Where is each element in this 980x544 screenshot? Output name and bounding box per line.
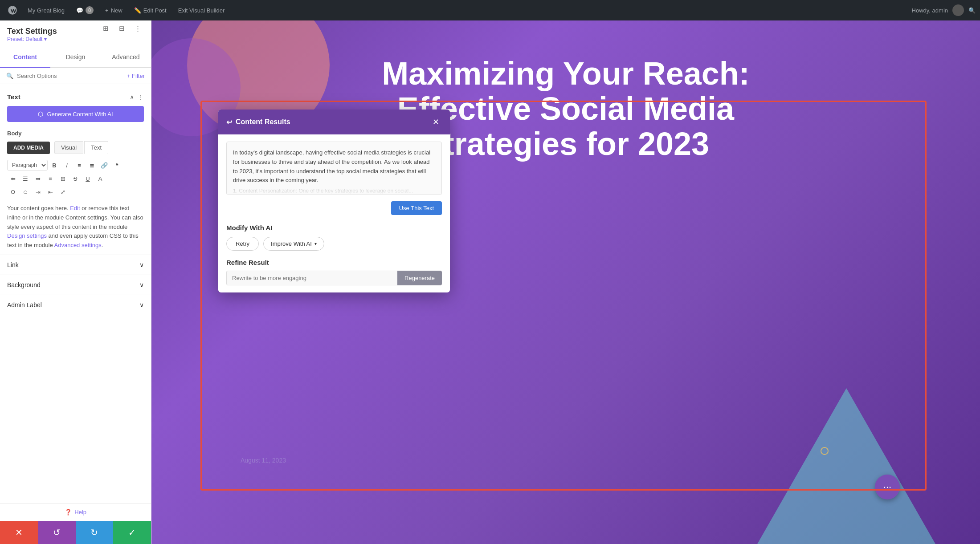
improve-button[interactable]: Improve With AI ▾ xyxy=(263,237,324,251)
text-section-title: Text xyxy=(7,93,20,101)
italic-button[interactable]: I xyxy=(61,159,73,171)
editor-body-text: Your content goes here. Edit or remove t… xyxy=(0,199,151,255)
sidebar-icons: ⊞ ⊟ ⋮ xyxy=(99,22,144,35)
link-section: Link ∨ xyxy=(0,255,151,275)
modal-dialog: ↩ Content Results ✕ In today's digital l… xyxy=(218,110,450,292)
sidebar-preset[interactable]: Preset: Default ▾ xyxy=(7,36,57,42)
indent-button[interactable]: ⇥ xyxy=(32,186,44,198)
refine-section-label: Refine Result xyxy=(226,259,442,266)
admin-label-section: Admin Label ∨ xyxy=(0,295,151,315)
text-section-header: Text ∧ ⋮ xyxy=(0,89,151,103)
site-name-bar-item[interactable]: My Great Blog xyxy=(23,5,69,16)
modal-body: In today's digital landscape, having eff… xyxy=(218,134,450,292)
chevron-down-icon: ∨ xyxy=(139,301,144,309)
underline-button[interactable]: U xyxy=(82,173,94,184)
chevron-down-icon: ∨ xyxy=(139,261,144,268)
main-layout: Text Settings Preset: Default ▾ ⊞ ⊟ ⋮ Co… xyxy=(0,0,980,544)
modal-header: ↩ Content Results ✕ xyxy=(218,110,450,134)
modal-title: ↩ Content Results xyxy=(226,118,290,126)
align-right-button[interactable]: ➡ xyxy=(32,173,44,184)
admin-bar: My Great Blog 💬 0 + New ✏️ Edit Post Exi… xyxy=(0,0,980,20)
add-media-button[interactable]: ADD MEDIA xyxy=(7,142,50,154)
ordered-list-button[interactable]: ≣ xyxy=(86,159,98,171)
content-preview: In today's digital landscape, having eff… xyxy=(226,142,442,195)
body-label: Body xyxy=(0,128,151,139)
new-bar-item[interactable]: + New xyxy=(101,5,127,16)
collapse-section-btn[interactable]: ∧ xyxy=(130,93,134,101)
columns-icon[interactable]: ⊟ xyxy=(115,22,128,35)
link-button[interactable]: 🔗 xyxy=(98,159,110,171)
filter-button[interactable]: + Filter xyxy=(127,73,145,79)
edit-link[interactable]: Edit xyxy=(70,205,80,211)
ai-icon: ⬡ xyxy=(38,110,43,118)
design-link[interactable]: Design settings xyxy=(7,232,47,239)
visual-tab[interactable]: Visual xyxy=(54,141,83,154)
refine-input[interactable] xyxy=(226,271,397,285)
paragraph-select[interactable]: Paragraph xyxy=(7,160,48,171)
editor-toolbar: Paragraph B I ≡ ≣ 🔗 ❝ ⬅ ☰ ➡ ≡ ⊞ S U xyxy=(0,158,151,199)
table-button[interactable]: ⊞ xyxy=(57,173,69,184)
section-more-btn[interactable]: ⋮ xyxy=(138,93,144,101)
sidebar-tabs: Content Design Advanced xyxy=(0,47,151,68)
quote-button[interactable]: ❝ xyxy=(111,159,122,171)
modal-overlay: ↩ Content Results ✕ In today's digital l… xyxy=(151,20,980,544)
color-button[interactable]: A xyxy=(94,173,106,184)
sidebar: Text Settings Preset: Default ▾ ⊞ ⊟ ⋮ Co… xyxy=(0,20,151,544)
sidebar-actions: ✕ ↺ ↻ ✓ xyxy=(0,521,151,544)
fullscreen-editor-button[interactable]: ⤢ xyxy=(57,186,69,198)
sidebar-content: Text ∧ ⋮ ⬡ Generate Content With AI Body… xyxy=(0,84,151,503)
modify-section-label: Modify With AI xyxy=(226,224,442,231)
use-text-row: Use This Text xyxy=(226,201,442,217)
sidebar-header: Text Settings Preset: Default ▾ ⊞ ⊟ ⋮ xyxy=(0,20,151,47)
chevron-down-icon: ∨ xyxy=(139,281,144,288)
avatar xyxy=(952,4,964,16)
section-controls: ∧ ⋮ xyxy=(130,93,144,101)
exit-builder-bar-item[interactable]: Exit Visual Builder xyxy=(174,5,229,16)
unordered-list-button[interactable]: ≡ xyxy=(74,159,85,171)
tab-content[interactable]: Content xyxy=(0,47,50,68)
undo-button[interactable]: ↺ xyxy=(38,521,76,544)
wp-logo[interactable] xyxy=(4,2,20,18)
chevron-down-icon: ▾ xyxy=(314,241,317,246)
edit-post-bar-item[interactable]: ✏️ Edit Post xyxy=(130,5,171,16)
tab-design[interactable]: Design xyxy=(50,47,101,68)
outdent-button[interactable]: ⇤ xyxy=(45,186,56,198)
help-icon: ❓ xyxy=(65,509,72,516)
search-input[interactable] xyxy=(17,73,123,79)
regenerate-button[interactable]: Regenerate xyxy=(397,271,442,285)
background-section-header[interactable]: Background ∨ xyxy=(0,275,151,295)
search-icon[interactable]: 🔍 xyxy=(968,7,976,14)
redo-button[interactable]: ↻ xyxy=(76,521,114,544)
ai-generate-button[interactable]: ⬡ Generate Content With AI xyxy=(7,106,144,122)
modify-buttons: Retry Improve With AI ▾ xyxy=(226,237,442,251)
advanced-link[interactable]: Advanced settings xyxy=(54,242,102,248)
link-section-header[interactable]: Link ∨ xyxy=(0,255,151,275)
fullscreen-icon[interactable]: ⊞ xyxy=(99,22,112,35)
align-justify-button[interactable]: ≡ xyxy=(45,173,56,184)
more-options-icon[interactable]: ⋮ xyxy=(131,22,144,35)
sidebar-title: Text Settings xyxy=(7,27,57,36)
sidebar-help[interactable]: ❓ Help xyxy=(0,503,151,521)
tab-advanced[interactable]: Advanced xyxy=(101,47,151,68)
use-text-button[interactable]: Use This Text xyxy=(391,201,442,215)
strikethrough-button[interactable]: S xyxy=(69,173,81,184)
comments-bar-item[interactable]: 💬 0 xyxy=(72,4,98,16)
save-button[interactable]: ✓ xyxy=(113,521,151,544)
text-tab[interactable]: Text xyxy=(84,141,108,154)
align-left-button[interactable]: ⬅ xyxy=(7,173,19,184)
refine-row: Regenerate xyxy=(226,271,442,285)
bold-button[interactable]: B xyxy=(49,159,60,171)
add-media-area: ADD MEDIA Visual Text xyxy=(0,139,151,158)
modal-back-icon[interactable]: ↩ xyxy=(226,118,232,126)
visual-text-tabs: Visual Text xyxy=(54,141,108,154)
retry-button[interactable]: Retry xyxy=(226,237,259,251)
admin-label-section-header[interactable]: Admin Label ∨ xyxy=(0,295,151,315)
cancel-button[interactable]: ✕ xyxy=(0,521,38,544)
special-chars-button[interactable]: Ω xyxy=(7,186,19,198)
emoji-button[interactable]: ☺ xyxy=(20,186,31,198)
background-section: Background ∨ xyxy=(0,275,151,295)
align-center-button[interactable]: ☰ xyxy=(20,173,31,184)
refine-section: Refine Result Regenerate xyxy=(226,259,442,285)
modal-close-button[interactable]: ✕ xyxy=(429,116,442,128)
admin-bar-right: Howdy, admin 🔍 xyxy=(912,4,976,16)
